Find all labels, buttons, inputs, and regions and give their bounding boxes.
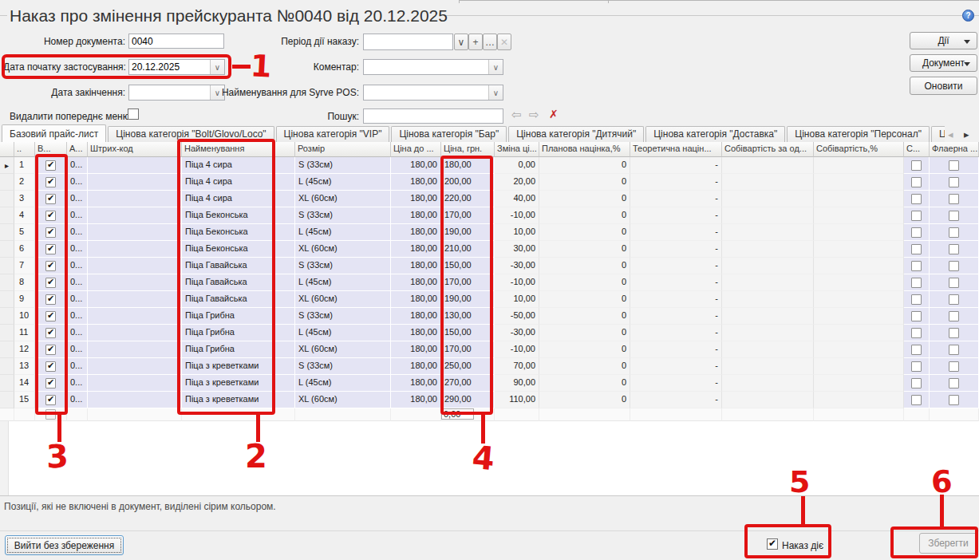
tab-price-category-3[interactable]: Цінова категорія "Бар" xyxy=(391,126,507,142)
included-checkbox[interactable] xyxy=(45,278,56,288)
cell-price[interactable]: 210,00 xyxy=(441,241,495,258)
cell-theor[interactable]: - xyxy=(630,258,722,274)
cell-markup[interactable]: 0 xyxy=(539,157,630,174)
order-period-more-icon[interactable]: … xyxy=(483,34,497,50)
cell-price_before[interactable]: 180,00 xyxy=(391,291,441,308)
cell-s_flag[interactable] xyxy=(904,291,930,308)
cell-markup[interactable]: 0 xyxy=(539,191,630,207)
cell-change[interactable]: -10,00 xyxy=(495,341,539,358)
cell-price[interactable]: 180,00 xyxy=(441,157,495,174)
cell-a[interactable]: 0... xyxy=(67,191,88,207)
cell-barcode[interactable] xyxy=(88,375,182,392)
s_flag-checkbox[interactable] xyxy=(911,160,922,171)
cell-name[interactable]: Піца Беконська xyxy=(182,224,295,241)
cell-size[interactable]: L (45см) xyxy=(295,274,391,291)
s_flag-checkbox[interactable] xyxy=(911,294,922,305)
cell-name[interactable]: Піца Беконська xyxy=(182,207,295,224)
cell-s_flag[interactable] xyxy=(904,274,930,291)
included-checkbox[interactable] xyxy=(45,361,56,372)
column-header-change[interactable]: Зміна ці... xyxy=(495,142,539,157)
cell-cost_unit[interactable] xyxy=(722,191,814,207)
cell-flyer[interactable] xyxy=(930,191,979,207)
cell-flyer[interactable] xyxy=(930,241,979,258)
cell-price[interactable]: 250,00 xyxy=(441,358,495,375)
cell-theor[interactable]: - xyxy=(630,224,722,241)
cell-cost_pct[interactable] xyxy=(814,207,904,224)
cell-name[interactable]: Піца 4 сира xyxy=(182,174,295,191)
cell-cost_unit[interactable] xyxy=(722,375,814,392)
cell-change[interactable]: 90,00 xyxy=(495,375,539,392)
cell-a[interactable]: 0... xyxy=(67,157,88,174)
cell-included[interactable] xyxy=(35,291,67,308)
cell-cost_pct[interactable] xyxy=(814,174,904,191)
cell-barcode[interactable] xyxy=(88,241,182,258)
cell-size[interactable]: S (33см) xyxy=(295,358,391,375)
cell-a[interactable]: 0... xyxy=(67,258,88,274)
search-input[interactable] xyxy=(363,108,503,124)
included-checkbox[interactable] xyxy=(45,409,56,420)
cell-name[interactable]: Піца Гавайська xyxy=(182,258,295,274)
cell-price[interactable]: 150,00 xyxy=(441,325,495,341)
cell-markup[interactable]: 0 xyxy=(539,224,630,241)
flyer-checkbox[interactable] xyxy=(949,160,959,171)
cell-theor[interactable]: - xyxy=(630,375,722,392)
flyer-checkbox[interactable] xyxy=(949,311,959,321)
cell-change[interactable]: 20,00 xyxy=(495,174,539,191)
cell-flyer[interactable] xyxy=(930,224,979,241)
included-checkbox[interactable] xyxy=(45,194,56,204)
exit-without-saving-button[interactable]: Вийти без збереження xyxy=(5,535,124,555)
cell-change[interactable]: 0,00 xyxy=(495,157,539,174)
cell-included[interactable] xyxy=(35,308,67,325)
included-checkbox[interactable] xyxy=(45,160,56,171)
cell-price[interactable]: 220,00 xyxy=(441,191,495,207)
flyer-checkbox[interactable] xyxy=(949,227,959,238)
column-header-price[interactable]: Ціна, грн. xyxy=(441,142,495,157)
cell-price_before[interactable]: 180,00 xyxy=(391,241,441,258)
order-period-input[interactable] xyxy=(363,34,453,50)
cell-cost_pct[interactable] xyxy=(814,258,904,274)
cell-cost_unit[interactable] xyxy=(722,341,814,358)
tab-price-category-6[interactable]: Цінова категорія "Персонал" xyxy=(787,126,930,142)
cell-price_before[interactable]: 180,00 xyxy=(391,157,441,174)
cell-price_before[interactable]: 180,00 xyxy=(391,375,441,392)
cell-price[interactable]: 270,00 xyxy=(441,375,495,392)
cell-barcode[interactable] xyxy=(88,191,182,207)
included-checkbox[interactable] xyxy=(45,328,56,338)
cell-change[interactable]: 40,00 xyxy=(495,191,539,207)
cell-name[interactable]: Піца з креветками xyxy=(182,358,295,375)
cell-s_flag[interactable] xyxy=(904,207,930,224)
flyer-checkbox[interactable] xyxy=(949,294,959,305)
cell-size[interactable]: L (45см) xyxy=(295,325,391,341)
s_flag-checkbox[interactable] xyxy=(911,311,922,321)
cell-cost_unit[interactable] xyxy=(722,258,814,274)
cell-included[interactable] xyxy=(35,191,67,207)
start-date-input[interactable]: 20.12.2025 ∨ xyxy=(128,59,225,75)
s_flag-checkbox[interactable] xyxy=(911,261,922,271)
cell-a[interactable]: 0... xyxy=(67,308,88,325)
cell-s_flag[interactable] xyxy=(904,375,930,392)
cell-s_flag[interactable] xyxy=(904,392,930,408)
order-active-checkbox[interactable] xyxy=(767,538,778,550)
cell-cost_pct[interactable] xyxy=(814,375,904,392)
cell-theor[interactable]: - xyxy=(630,274,722,291)
cell-markup[interactable]: 0 xyxy=(539,358,630,375)
tab-price-category-4[interactable]: Цінова категорія "Дитячий" xyxy=(508,126,644,142)
cell-name[interactable]: Піца 4 сира xyxy=(182,157,295,174)
cell-markup[interactable]: 0 xyxy=(539,274,630,291)
flyer-checkbox[interactable] xyxy=(949,194,959,204)
cell-price[interactable]: 170,00 xyxy=(441,341,495,358)
cell-cost_unit[interactable] xyxy=(722,274,814,291)
s_flag-checkbox[interactable] xyxy=(911,278,922,288)
cell-name[interactable]: Піца Грибна xyxy=(182,325,295,341)
flyer-checkbox[interactable] xyxy=(949,261,959,271)
s_flag-checkbox[interactable] xyxy=(911,361,922,372)
flyer-checkbox[interactable] xyxy=(949,177,959,187)
cell-theor[interactable]: - xyxy=(630,207,722,224)
cell-included[interactable] xyxy=(35,358,67,375)
cell-size[interactable]: S (33см) xyxy=(295,207,391,224)
column-header-num[interactable]: .. xyxy=(14,142,35,157)
cell-a[interactable]: 0... xyxy=(67,341,88,358)
cell-included[interactable] xyxy=(35,174,67,191)
s_flag-checkbox[interactable] xyxy=(911,395,922,405)
cell-name[interactable]: Піца Грибна xyxy=(182,308,295,325)
